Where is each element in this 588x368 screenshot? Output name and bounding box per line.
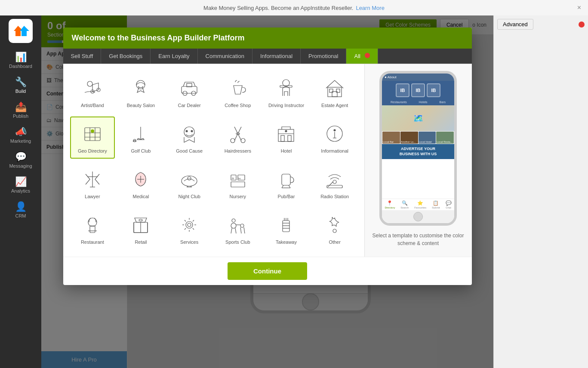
template-name-informational: Informational (321, 148, 348, 153)
tab-dot (365, 53, 370, 58)
template-item-other[interactable]: Other (312, 208, 357, 250)
template-item-lawyer[interactable]: Lawyer (70, 162, 115, 204)
svg-point-49 (333, 229, 336, 233)
sidebar-item-label: CRM (15, 213, 26, 218)
template-name-car-dealer: Car Dealer (178, 103, 201, 108)
preview-panel: ● About IB IB IB Restaurants Hotels (364, 64, 472, 257)
template-item-retail[interactable]: Retail (118, 208, 163, 250)
color-indicator (579, 21, 585, 28)
svg-point-43 (186, 221, 193, 228)
continue-button[interactable]: Continue (228, 262, 307, 280)
analytics-icon: 📈 (15, 177, 27, 187)
template-name-driving-instructor: Driving Instructor (268, 103, 304, 108)
template-name-radio-station: Radio Station (320, 194, 349, 199)
sidebar-item-publish[interactable]: 📤 Publish (0, 98, 41, 123)
template-item-artist-band[interactable]: Artist/Band (70, 71, 115, 113)
modal-header: Welcome to the Business App Builder Plat… (63, 28, 472, 49)
template-icon-services (177, 213, 201, 237)
sidebar-item-analytics[interactable]: 📈 Analytics (0, 173, 41, 198)
svg-point-18 (186, 130, 188, 132)
template-icon-sports-club (226, 213, 250, 237)
sidebar-item-label: Marketing (10, 138, 31, 144)
tab-get-bookings[interactable]: Get Bookings (101, 49, 151, 64)
template-item-takeaway[interactable]: Takeaway (264, 208, 309, 250)
preview-caption: Select a template to customise the color… (372, 232, 465, 247)
learn-more-link[interactable]: Learn More (356, 5, 384, 11)
modal-body: Artist/Band Beauty Salon Car Dealer Coff… (63, 64, 472, 257)
tab-communication[interactable]: Communication (198, 49, 252, 64)
template-name-retail: Retail (135, 239, 147, 245)
template-icon-informational (323, 122, 347, 146)
template-modal: Welcome to the Business App Builder Plat… (63, 28, 472, 285)
template-item-radio-station[interactable]: Radio Station (312, 162, 357, 204)
main-layout: 📊 Dashboard 🔧 Build 📤 Publish 📣 Marketin… (0, 15, 588, 368)
banner-close[interactable]: × (577, 4, 581, 12)
template-name-good-cause: Good Cause (176, 148, 203, 153)
sidebar-item-label: Publish (13, 113, 28, 119)
sidebar-item-marketing[interactable]: 📣 Marketing (0, 123, 41, 148)
tab-informational[interactable]: Informational (252, 49, 301, 64)
template-icon-lawyer (80, 167, 105, 191)
template-item-beauty-salon[interactable]: Beauty Salon (118, 71, 163, 113)
template-item-estate-agent[interactable]: Estate Agent (312, 71, 357, 113)
template-item-pub-bar[interactable]: Pub/Bar (264, 162, 309, 204)
template-name-night-club: Night Club (178, 194, 200, 199)
tab-earn-loyalty[interactable]: Earn Loyalty (151, 49, 197, 64)
tab-promotional[interactable]: Promotional (301, 49, 346, 64)
sidebar-item-crm[interactable]: 👤 CRM (0, 198, 41, 223)
template-item-services[interactable]: Services (167, 208, 212, 250)
template-icon-retail (129, 213, 153, 237)
template-icon-artist-band (80, 76, 105, 100)
sidebar-item-label: Messaging (9, 163, 32, 169)
template-icon-pub-bar (274, 167, 298, 191)
advanced-button[interactable]: Advanced (497, 19, 533, 30)
template-item-driving-instructor[interactable]: Driving Instructor (264, 71, 309, 113)
template-item-night-club[interactable]: Night Club (167, 162, 212, 204)
template-item-nursery[interactable]: abc Nursery (215, 162, 260, 204)
svg-rect-25 (288, 135, 291, 141)
template-item-car-dealer[interactable]: Car Dealer (167, 71, 212, 113)
template-item-restaurant[interactable]: Restaurant (70, 208, 115, 250)
sidebar-item-build[interactable]: 🔧 Build (0, 73, 41, 98)
template-item-geo-directory[interactable]: Geo Directory (70, 117, 115, 159)
build-icon: 🔧 (15, 77, 27, 87)
template-icon-hotel (274, 122, 298, 146)
template-icon-coffee-shop (226, 76, 250, 100)
svg-text:bc: bc (238, 177, 241, 180)
sidebar-item-label: Dashboard (9, 64, 32, 69)
template-name-pub-bar: Pub/Bar (278, 194, 295, 199)
publish-icon: 📤 (15, 102, 27, 112)
template-name-medical: Medical (133, 194, 149, 199)
sidebar: 📊 Dashboard 🔧 Build 📤 Publish 📣 Marketin… (0, 15, 41, 368)
template-name-other: Other (329, 239, 341, 245)
svg-point-0 (87, 81, 92, 86)
template-item-hairdressers[interactable]: Hairdressers (215, 117, 260, 159)
template-item-sports-club[interactable]: Sports Club (215, 208, 260, 250)
template-icon-driving-instructor (274, 76, 298, 100)
template-icon-hairdressers (226, 122, 250, 146)
tab-sell-stuff[interactable]: Sell Stuff (63, 49, 102, 64)
template-icon-restaurant (80, 213, 105, 237)
template-icon-geo-directory (80, 122, 105, 146)
messaging-icon: 💬 (15, 152, 27, 162)
template-icon-radio-station (323, 167, 347, 191)
template-icon-estate-agent (323, 76, 347, 100)
banner-text: Make Money Selling Apps. Become an AppIn… (203, 5, 353, 11)
svg-point-37 (333, 180, 336, 184)
template-icon-medical (129, 167, 153, 191)
template-item-medical[interactable]: Medical (118, 162, 163, 204)
svg-point-46 (240, 224, 244, 227)
svg-rect-12 (329, 89, 333, 92)
template-item-golf-club[interactable]: Golf Club (118, 117, 163, 159)
template-icon-nursery: abc (226, 167, 250, 191)
tab-all[interactable]: All (346, 49, 378, 64)
template-item-coffee-shop[interactable]: Coffee Shop (215, 71, 260, 113)
svg-point-29 (182, 176, 197, 186)
template-item-good-cause[interactable]: Good Cause (167, 117, 212, 159)
sidebar-item-label: Build (15, 89, 26, 94)
sidebar-item-messaging[interactable]: 💬 Messaging (0, 148, 41, 173)
sidebar-item-dashboard[interactable]: 📊 Dashboard (0, 48, 41, 73)
template-item-informational[interactable]: Informational (312, 117, 357, 159)
template-name-beauty-salon: Beauty Salon (127, 103, 155, 108)
template-item-hotel[interactable]: Hotel (264, 117, 309, 159)
